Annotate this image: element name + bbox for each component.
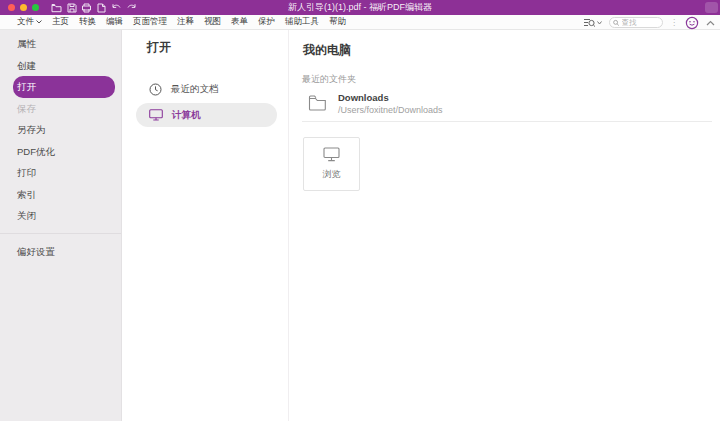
save-file-button[interactable]	[66, 2, 77, 13]
sidebar-item-save: 保存	[13, 98, 115, 120]
recent-documents-item[interactable]: 最近的文档	[136, 77, 277, 101]
undo-button[interactable]	[111, 2, 122, 13]
menu-accessibility[interactable]: 辅助工具	[285, 16, 319, 28]
browse-label: 浏览	[323, 168, 341, 181]
window-controls	[8, 4, 39, 11]
account-avatar[interactable]	[685, 16, 699, 30]
document-icon	[97, 3, 106, 13]
open-locations-list: 最近的文档 计算机	[122, 77, 288, 127]
clock-icon	[149, 83, 162, 96]
search-icon	[613, 19, 620, 27]
menu-help[interactable]: 帮助	[329, 16, 346, 28]
titlebar: 新人引导(1)(1).pdf - 福昕PDF编辑器	[0, 0, 720, 15]
recent-folders-divider	[302, 121, 712, 122]
file-sidebar: 属性 创建 打开 保存 另存为 PDF优化 打印 索引 关闭 偏好设置	[0, 30, 122, 421]
collapse-toolbar-button[interactable]	[706, 20, 715, 26]
titlebar-corner-button[interactable]	[705, 2, 718, 13]
open-folder-icon	[51, 3, 62, 13]
sidebar-item-open[interactable]: 打开	[13, 76, 115, 98]
my-computer-panel: 我的电脑 最近的文件夹 Downloads /Users/foxitnet/Do…	[289, 30, 720, 421]
close-window-button[interactable]	[8, 4, 15, 11]
computer-icon	[323, 147, 340, 162]
sidebar-item-properties[interactable]: 属性	[13, 33, 115, 55]
menu-protect[interactable]: 保护	[258, 16, 275, 28]
more-options-button[interactable]: ⋮	[670, 19, 678, 27]
open-panel: 打开 最近的文档 计算机	[122, 30, 289, 421]
sidebar-item-save-as[interactable]: 另存为	[13, 119, 115, 141]
menu-view[interactable]: 视图	[204, 16, 221, 28]
sidebar-item-index[interactable]: 索引	[13, 184, 115, 206]
new-document-button[interactable]	[96, 2, 107, 13]
menu-file[interactable]: 文件	[17, 16, 42, 28]
recent-folder-path: /Users/foxitnet/Downloads	[338, 104, 443, 116]
advanced-search-button[interactable]	[583, 17, 602, 28]
recent-folder-info: Downloads /Users/foxitnet/Downloads	[338, 92, 443, 116]
print-button[interactable]	[81, 2, 92, 13]
sidebar-item-preferences[interactable]: 偏好设置	[13, 241, 115, 263]
sidebar-item-close[interactable]: 关闭	[13, 205, 115, 227]
search-settings-icon	[583, 17, 596, 28]
backstage-view: 属性 创建 打开 保存 另存为 PDF优化 打印 索引 关闭 偏好设置 打开 最…	[0, 30, 720, 421]
recent-documents-label: 最近的文档	[171, 83, 219, 96]
quick-toolbar	[51, 2, 137, 13]
printer-icon	[81, 3, 92, 13]
find-search-field[interactable]	[609, 17, 663, 28]
menubar: 文件 主页 转换 编辑 页面管理 注释 视图 表单 保护 辅助工具 帮助	[0, 15, 720, 30]
menu-comment[interactable]: 注释	[177, 16, 194, 28]
menu-form[interactable]: 表单	[231, 16, 248, 28]
menu-home[interactable]: 主页	[52, 16, 69, 28]
chevron-down-icon	[597, 21, 602, 25]
undo-arrow-icon	[111, 3, 122, 12]
menubar-right-cluster: ⋮	[583, 15, 715, 30]
search-input[interactable]	[622, 18, 659, 27]
open-panel-title: 打开	[147, 39, 288, 56]
chevron-down-icon	[36, 20, 42, 24]
sidebar-item-pdf-optimize[interactable]: PDF优化	[13, 141, 115, 163]
save-icon	[67, 3, 77, 13]
sidebar-item-create[interactable]: 创建	[13, 55, 115, 77]
folder-icon	[308, 94, 327, 111]
recent-folder-item[interactable]: Downloads /Users/foxitnet/Downloads	[308, 92, 712, 116]
computer-item[interactable]: 计算机	[136, 103, 277, 127]
recent-folders-label: 最近的文件夹	[302, 73, 720, 86]
computer-label: 计算机	[172, 109, 201, 122]
menu-convert[interactable]: 转换	[79, 16, 96, 28]
menu-items: 文件 主页 转换 编辑 页面管理 注释 视图 表单 保护 辅助工具 帮助	[17, 16, 346, 28]
redo-arrow-icon	[126, 3, 137, 12]
browse-button[interactable]: 浏览	[303, 137, 360, 191]
menu-page-organize[interactable]: 页面管理	[133, 16, 167, 28]
sidebar-item-print[interactable]: 打印	[13, 162, 115, 184]
open-file-button[interactable]	[51, 2, 62, 13]
computer-icon	[149, 109, 163, 121]
recent-folder-name: Downloads	[338, 92, 443, 104]
menu-edit[interactable]: 编辑	[106, 16, 123, 28]
redo-button[interactable]	[126, 2, 137, 13]
my-computer-title: 我的电脑	[303, 42, 720, 59]
zoom-window-button[interactable]	[32, 4, 39, 11]
sidebar-divider	[0, 233, 121, 234]
minimize-window-button[interactable]	[20, 4, 27, 11]
